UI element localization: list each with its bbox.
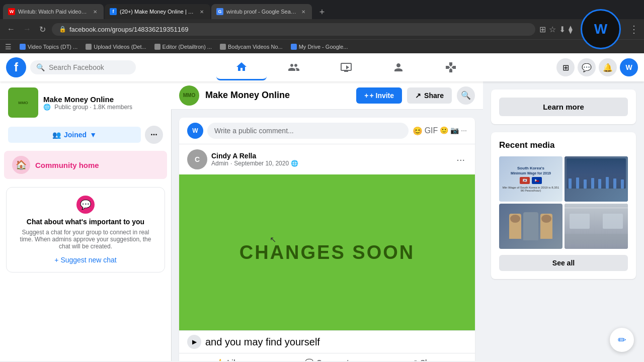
comment-input-area: W Write a public comment... 😊 GIF 🙂 📷 ··… (179, 118, 475, 144)
author-role: Admin (211, 160, 228, 167)
post-more-btn[interactable]: ··· (454, 152, 467, 167)
bookmark-3[interactable]: Editor (Detailtron) ... (154, 44, 212, 50)
photo-icon[interactable]: 📷 (450, 126, 459, 136)
emoji-icon[interactable]: 😊 (413, 126, 423, 136)
comment-btn[interactable]: 💬 Comment (278, 353, 376, 361)
tab-favicon-2: f (110, 8, 117, 15)
suggest-chat-label: + Suggest new chat (54, 256, 116, 264)
group-header: MMO Make Money Online 🌐 Public group · 1… (0, 81, 171, 124)
bookmark-1[interactable]: Video Topics (DT) ... (20, 44, 77, 50)
bookmark-2[interactable]: Upload Videos (Det... (86, 44, 146, 50)
group-sidebar-info: Make Money Online 🌐 Public group · 1.8K … (43, 95, 132, 111)
search-icon: 🔍 (36, 63, 45, 71)
comment-emoji-icons: 😊 GIF 🙂 📷 ··· (413, 126, 467, 136)
share-group-btn[interactable]: ↗ Share (407, 87, 452, 104)
like-btn[interactable]: 👍 Like (179, 353, 278, 361)
tab-close-3[interactable]: ✕ (300, 8, 307, 15)
nav-forward-btn[interactable]: → (21, 23, 33, 36)
tab-1[interactable]: W Wintub: Watch Paid videos Onl... ✕ (3, 4, 104, 19)
group-nav-avatar: MMO (179, 85, 199, 106)
see-all-media-btn[interactable]: See all (499, 255, 628, 271)
fb-main: MMO Make Money Online 🌐 Public group · 1… (0, 81, 644, 361)
user-account-btn[interactable]: W (620, 58, 638, 76)
fb-app: f 🔍 ⊞ 💬 🔔 (0, 53, 644, 361)
nav-people-btn[interactable] (269, 54, 319, 80)
sticker-icon[interactable]: 🙂 (440, 126, 448, 136)
more-emoji-icon[interactable]: ··· (461, 126, 467, 136)
author-meta: Admin · September 10, 2020 🌐 (211, 160, 450, 167)
chat-suggest-title: Chat about what's important to you (15, 218, 156, 226)
joined-btn[interactable]: 👥 Joined ▼ (8, 127, 141, 143)
search-group-btn[interactable]: 🔍 (457, 86, 475, 105)
notifications-btn[interactable]: 🔔 (599, 58, 617, 76)
grid-menu-btn[interactable]: ⊞ (556, 58, 575, 76)
star-icon[interactable]: ☆ (549, 25, 556, 34)
nav-refresh-btn[interactable]: ↻ (37, 23, 48, 36)
search-input[interactable] (49, 63, 119, 71)
meta-dot: · (230, 160, 232, 167)
fb-logo[interactable]: f (6, 57, 26, 77)
recent-media-card: Recent media South Korea's Minimum Wage … (491, 132, 636, 279)
bookmark-menu-icon[interactable]: ☰ (5, 43, 12, 51)
post-actions: 👍 Like 💬 Comment ↗ Share (179, 353, 475, 361)
user-profile-circle[interactable]: W (576, 4, 626, 54)
nav-profile-btn[interactable] (373, 54, 424, 80)
post-video-caption: ▶ and you may find yourself (179, 330, 475, 353)
browser-chrome: W Wintub: Watch Paid videos Onl... ✕ f (… (0, 0, 644, 53)
share-icon: ↗ (412, 358, 418, 361)
tab-close-1[interactable]: ✕ (92, 8, 99, 15)
nav-back-btn[interactable]: ← (5, 23, 17, 36)
fb-search-bar[interactable]: 🔍 (30, 60, 136, 74)
extensions-icon[interactable]: ⧫ (569, 25, 573, 34)
group-sidebar-avatar: MMO (8, 87, 38, 118)
sidebar-actions: 👥 Joined ▼ ··· (0, 124, 171, 150)
share-label: Share (424, 92, 444, 100)
author-avatar: C (187, 149, 207, 169)
bookmark-4[interactable]: Bodycam Videos No... (220, 44, 283, 50)
url-bar[interactable]: 🔒 facebook.com/groups/148336219351169 (52, 23, 535, 36)
chat-suggest-description: Suggest a chat for your group to connect… (15, 229, 156, 250)
more-options-btn[interactable]: ··· (145, 126, 163, 144)
chat-bubble-icon: 💬 (76, 196, 95, 214)
like-icon: 👍 (215, 358, 224, 361)
tab-close-2[interactable]: ✕ (198, 8, 205, 15)
compose-btn[interactable]: ✏ (610, 328, 634, 352)
sidebar-menu-item-community[interactable]: 🏠 Community home (4, 151, 167, 179)
suggest-chat-btn[interactable]: + Suggest new chat (54, 256, 116, 264)
url-text: facebook.com/groups/148336219351169 (69, 26, 188, 33)
new-tab-btn[interactable]: + (315, 5, 329, 19)
share-label: Share (421, 358, 440, 361)
invite-label: + Invite (369, 92, 394, 100)
share-btn[interactable]: ↗ Share (376, 353, 475, 361)
group-type: 🌐 (43, 104, 51, 111)
tab-favicon-1: W (8, 8, 15, 15)
invite-btn[interactable]: + + Invite (356, 87, 402, 104)
video-caption-text: and you may find yourself (205, 336, 320, 348)
learn-more-btn[interactable]: Learn more (499, 98, 628, 116)
messenger-btn[interactable]: 💬 (578, 58, 596, 76)
comment-input-field[interactable]: Write a public comment... (207, 123, 409, 139)
nav-gaming-btn[interactable] (426, 54, 476, 80)
tab-label-2: (20+) Make Money Online | Fa... (120, 9, 195, 15)
tab-favicon-3: G (216, 8, 223, 15)
post-date: September 10, 2020 (234, 160, 289, 167)
tab-2[interactable]: f (20+) Make Money Online | Fa... ✕ (105, 4, 210, 19)
menu-icon[interactable]: ⋮ (629, 23, 639, 35)
media-thumb-3[interactable] (499, 204, 562, 249)
author-info: Cindy A Rella Admin · September 10, 2020… (211, 152, 450, 167)
download-icon[interactable]: ⬇ (559, 25, 566, 34)
gif-icon[interactable]: GIF (425, 126, 438, 136)
translate-icon[interactable]: ⊞ (539, 25, 546, 34)
media-grid: South Korea's Minimum Wage for 2019 🇰🇷 🇵… (499, 156, 628, 249)
author-name: Cindy A Rella (211, 152, 450, 160)
share-icon: ↗ (415, 92, 421, 100)
media-thumb-1[interactable]: South Korea's Minimum Wage for 2019 🇰🇷 🇵… (499, 156, 562, 202)
media-thumb-2[interactable] (565, 156, 628, 202)
bookmark-5[interactable]: My Drive - Google... (291, 44, 348, 50)
community-home-label: Community home (35, 161, 99, 169)
tab-3[interactable]: G wintub proof - Google Search ✕ (211, 4, 312, 19)
nav-watch-btn[interactable] (321, 54, 371, 80)
media-thumb-4[interactable] (565, 204, 628, 249)
learn-more-label: Learn more (543, 103, 584, 111)
nav-home-btn[interactable] (216, 54, 267, 80)
